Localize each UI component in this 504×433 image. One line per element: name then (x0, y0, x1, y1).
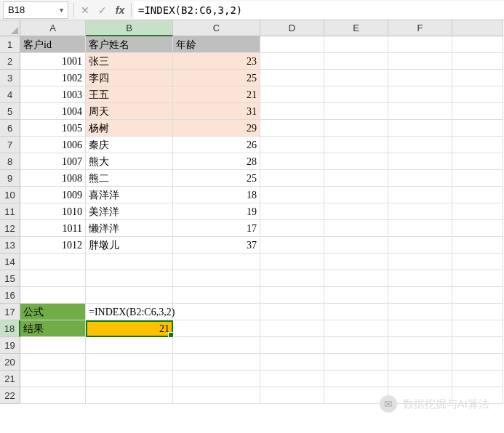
row-header-2[interactable]: 2 (0, 53, 20, 70)
cell[interactable] (452, 53, 503, 70)
cell[interactable] (86, 254, 173, 270)
cell[interactable] (388, 170, 452, 187)
cell[interactable] (452, 120, 503, 137)
cell[interactable] (260, 254, 324, 270)
cell[interactable] (20, 371, 86, 387)
cell[interactable] (388, 36, 452, 53)
cell[interactable] (260, 287, 324, 304)
cell[interactable] (260, 371, 324, 387)
cell[interactable] (388, 304, 452, 320)
cell[interactable] (324, 203, 388, 220)
chevron-down-icon[interactable]: ▾ (60, 6, 63, 14)
cell[interactable]: 结果 (20, 320, 86, 337)
col-header-A[interactable]: A (20, 20, 86, 36)
col-header-D[interactable]: D (260, 20, 324, 36)
cell[interactable]: 美洋洋 (86, 203, 173, 220)
cell[interactable] (452, 270, 503, 287)
cell[interactable] (324, 103, 388, 120)
accept-icon[interactable]: ✓ (94, 1, 111, 19)
cell[interactable] (324, 237, 388, 254)
cell[interactable] (324, 304, 388, 320)
cell[interactable] (324, 270, 388, 287)
cell[interactable] (388, 237, 452, 254)
cell[interactable] (388, 337, 452, 354)
cell[interactable] (173, 304, 260, 320)
cell[interactable] (388, 120, 452, 137)
cell[interactable] (324, 70, 388, 86)
cell[interactable] (173, 270, 260, 287)
cell[interactable] (260, 337, 324, 354)
cell[interactable] (324, 387, 388, 404)
cell[interactable] (388, 270, 452, 287)
cell[interactable] (260, 70, 324, 86)
cell[interactable]: 1002 (20, 70, 86, 86)
cell[interactable]: 喜洋洋 (86, 187, 173, 203)
formula-input[interactable]: =INDEX(B2:C6,3,2) (134, 1, 504, 19)
cell[interactable] (452, 103, 503, 120)
cell[interactable] (452, 70, 503, 86)
cell[interactable]: 公式 (20, 304, 86, 320)
cell[interactable] (324, 187, 388, 203)
col-header-C[interactable]: C (173, 20, 260, 36)
cell[interactable] (388, 103, 452, 120)
cell[interactable] (173, 371, 260, 387)
cell[interactable] (452, 36, 503, 53)
cell[interactable] (260, 120, 324, 137)
cell[interactable] (388, 320, 452, 337)
cell[interactable] (260, 86, 324, 103)
cell[interactable] (260, 36, 324, 53)
cell[interactable] (173, 354, 260, 371)
cell[interactable] (452, 86, 503, 103)
cell[interactable] (324, 220, 388, 237)
cell[interactable] (452, 354, 503, 371)
cell[interactable] (452, 254, 503, 270)
cell[interactable]: 客户id (20, 36, 86, 53)
cell[interactable]: 25 (173, 70, 260, 86)
cell[interactable] (20, 254, 86, 270)
cell[interactable] (452, 203, 503, 220)
row-header-20[interactable]: 20 (0, 354, 20, 371)
cell[interactable] (260, 203, 324, 220)
cell[interactable] (452, 304, 503, 320)
cell[interactable] (388, 287, 452, 304)
row-header-15[interactable]: 15 (0, 270, 20, 287)
cell[interactable] (452, 287, 503, 304)
row-header-16[interactable]: 16 (0, 287, 20, 304)
cell[interactable] (388, 137, 452, 153)
row-header-13[interactable]: 13 (0, 237, 20, 254)
cell[interactable] (452, 237, 503, 254)
cell[interactable] (324, 170, 388, 187)
cell[interactable]: 1008 (20, 170, 86, 187)
cell[interactable]: 1012 (20, 237, 86, 254)
cell[interactable]: 25 (173, 170, 260, 187)
cell[interactable] (173, 320, 260, 337)
cell[interactable] (324, 337, 388, 354)
row-header-14[interactable]: 14 (0, 254, 20, 270)
cell[interactable] (388, 53, 452, 70)
cell[interactable] (86, 371, 173, 387)
cell[interactable] (86, 387, 173, 404)
cell[interactable]: 秦庆 (86, 137, 173, 153)
cell[interactable]: 王五 (86, 86, 173, 103)
cell[interactable]: 李四 (86, 70, 173, 86)
cell[interactable]: 1004 (20, 103, 86, 120)
cell[interactable] (260, 103, 324, 120)
cell[interactable]: 熊大 (86, 153, 173, 170)
cell[interactable] (388, 153, 452, 170)
cell[interactable] (388, 254, 452, 270)
col-header-E[interactable]: E (324, 20, 388, 36)
cell[interactable] (260, 220, 324, 237)
cell[interactable]: 26 (173, 137, 260, 153)
cell[interactable] (452, 137, 503, 153)
cell[interactable]: 23 (173, 53, 260, 70)
cell[interactable] (260, 320, 324, 337)
cell[interactable]: 1003 (20, 86, 86, 103)
row-header-7[interactable]: 7 (0, 137, 20, 153)
cell[interactable]: 张三 (86, 53, 173, 70)
cell[interactable]: 17 (173, 220, 260, 237)
cell[interactable] (324, 86, 388, 103)
cell[interactable]: 18 (173, 187, 260, 203)
cell[interactable] (324, 137, 388, 153)
cell[interactable] (324, 120, 388, 137)
col-header-F[interactable]: F (388, 20, 452, 36)
